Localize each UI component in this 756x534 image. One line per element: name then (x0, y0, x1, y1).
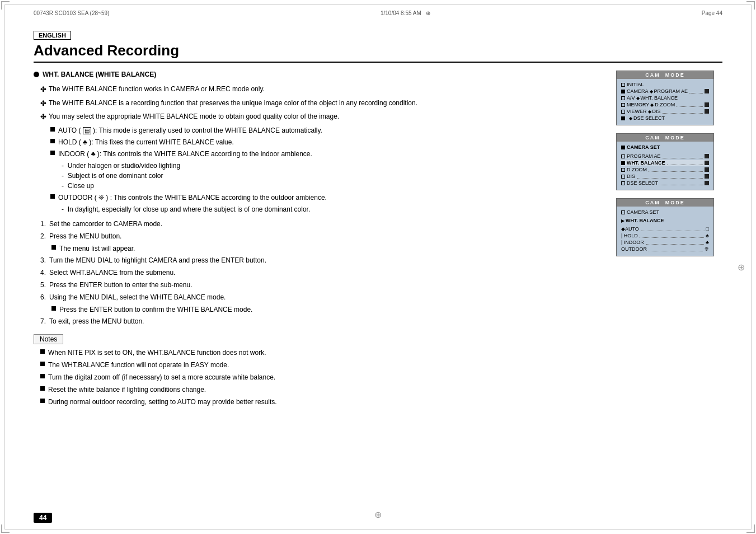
cam-icon-dse (621, 116, 625, 120)
note-3-text: Turn the digital zoom off (if necessary)… (48, 372, 275, 382)
step-2: 2. Press the MENU button. (40, 231, 605, 241)
mode-auto-bullet (50, 127, 55, 132)
cam-end-2 (705, 102, 709, 107)
header-right: Page 44 (702, 10, 722, 16)
note-2-bullet (40, 362, 45, 366)
note-1: When NITE PIX is set to ON, the WHT.BALA… (40, 348, 605, 358)
cam3-row-indoor: | INDOOR ♣ (621, 240, 709, 245)
corner-br (746, 524, 755, 533)
cam2-dots-3 (649, 167, 703, 172)
cam2-end-2 (705, 161, 709, 165)
cam3-dots-4 (649, 247, 703, 251)
mode-indoor-text: INDOOR ( ♣ ): This controls the WHITE BA… (58, 149, 312, 159)
step-3-text: Turn the MENU DIAL to highlight CAMERA a… (49, 255, 266, 265)
cam3-row-cameraset: CAMERA SET (621, 209, 709, 215)
notes-box: Notes When NITE PIX is set to ON, the WH… (34, 334, 605, 407)
step-4-num: 4. (40, 268, 46, 278)
cam-panel-3-header: CAM MODE (617, 199, 713, 207)
cam3-row-hold: | HOLD ♣ (621, 233, 709, 238)
note-5-bullet (40, 399, 45, 403)
cam-label-initial: INITIAL (627, 82, 644, 87)
notes-label-wrapper: Notes (34, 334, 605, 348)
mode-hold-bullet (50, 139, 55, 143)
mode-auto-text: AUTO ( ▤ ): This mode is generally used … (58, 125, 322, 135)
cam-panel-3: CAM MODE CAMERA SET ▶ WHT. BALANCE (616, 198, 714, 256)
step-1: 1. Set the camcorder to CAMERA mode. (40, 219, 605, 229)
cam2-row-dsesel: DSE SELECT (621, 180, 709, 186)
cam-panel-1-body: INITIAL CAMERA ◆ PROGRAM AE A/V (617, 79, 713, 125)
cam2-dots-4 (637, 174, 703, 179)
cam-label-whtbal: WHT. BALANCE (641, 95, 678, 101)
fleur-icon-2: ✤ (40, 98, 46, 109)
right-border (751, 4, 752, 530)
intro-text-2: The WHITE BALANCE is a recording functio… (49, 98, 417, 109)
note-1-bullet (40, 349, 45, 354)
step-6-num: 6. (40, 292, 46, 302)
step-2-text: Press the MENU button. (49, 231, 121, 241)
step-2-sub: The menu list will appear. (40, 243, 605, 254)
cam-label-dse: DSE SELECT (633, 115, 665, 121)
main-title: Advanced Recording (34, 42, 722, 63)
cam-panel-2: CAM MODE CAMERA SET PROGRAM AE (616, 133, 714, 190)
step-1-text: Set the camcorder to CAMERA mode. (49, 219, 162, 229)
step-5: 5. Press the ENTER button to enter the s… (40, 280, 605, 290)
step-4: 4. Select WHT.BALANCE from the submenu. (40, 268, 605, 278)
cam2-label-progae: PROGRAM AE (627, 153, 661, 159)
cam2-row-whtbal: WHT. BALANCE (621, 160, 709, 166)
cam-row-viewer: VIEWER ◆ DIS (621, 109, 709, 114)
cam-row-initial: INITIAL (621, 82, 709, 87)
numbered-steps: 1. Set the camcorder to CAMERA mode. 2. … (34, 219, 605, 326)
step-5-text: Press the ENTER button to enter the sub-… (49, 280, 192, 290)
outdoor-sub-1: - In daylight, especially for close up a… (62, 204, 605, 214)
top-border (4, 4, 752, 5)
step-3-num: 3. (40, 255, 46, 265)
cam2-dots-5 (660, 181, 703, 185)
mode-outdoor-bullet (50, 194, 55, 199)
cam2-icon-dis (621, 175, 625, 179)
step-2-sub-text: The menu list will appear. (59, 243, 135, 254)
cam3-row-outdoor: OUTDOOR ❊ (621, 246, 709, 252)
cam-row-camera: CAMERA ◆ PROGRAM AE (621, 88, 709, 94)
indoor-sub-2: - Subject is of one dominant color (62, 171, 605, 181)
cam-label-camera: CAMERA (627, 88, 649, 94)
note-5: During normal outdoor recording, setting… (40, 397, 605, 407)
step-6: 6. Using the MENU DIAL, select the WHITE… (40, 292, 605, 302)
cam-panel-1-header: CAM MODE (617, 71, 713, 79)
indoor-sub-1: - Under halogen or studio/video lighting (62, 161, 605, 171)
note-3: Turn the digital zoom off (if necessary)… (40, 372, 605, 382)
english-badge: ENGLISH (34, 31, 722, 42)
cam3-row-auto: ◆AUTO □ (621, 226, 709, 232)
corner-tl (1, 1, 10, 10)
cam-label-dzoom: D.ZOOM (655, 102, 675, 107)
cam-icon-viewer (621, 110, 625, 114)
cam-panel-1: CAM MODE INITIAL CAMERA ◆ PROGRAM AE (616, 71, 714, 125)
cam3-dots-1 (641, 227, 705, 231)
cam3-label-auto: ◆AUTO (621, 226, 639, 232)
section-heading: WHT. BALANCE (WHITE BALANCE) (34, 71, 605, 78)
step-3: 3. Turn the MENU DIAL to highlight CAMER… (40, 255, 605, 265)
outdoor-sub-list: - In daylight, especially for close up a… (50, 204, 605, 214)
cam3-icon-indoor: ♣ (706, 240, 709, 245)
note-3-bullet (40, 374, 45, 378)
mode-hold: HOLD ( ♣ ): This fixes the current WHITE… (50, 137, 605, 147)
step-7: 7. To exit, press the MENU button. (40, 316, 605, 326)
header-left: 00743R SCD103 SEA (28~59) (34, 10, 109, 16)
cam2-end-1 (705, 154, 709, 158)
left-border (4, 4, 5, 530)
section-bullet (34, 72, 39, 77)
intro-item-1: ✤ The WHITE BALANCE function works in CA… (34, 84, 605, 95)
fleur-icon-3: ✤ (40, 111, 46, 123)
mode-list: AUTO ( ▤ ): This mode is generally used … (34, 125, 605, 214)
cam3-label-hold: | HOLD (621, 233, 638, 238)
step-6-text: Using the MENU DIAL, select the WHITE BA… (49, 292, 226, 302)
cam3-label-whtbal: WHT. BALANCE (626, 218, 664, 223)
mode-outdoor-text: OUTDOOR ( ❊ ) : This controls the WHITE … (58, 193, 327, 203)
mode-outdoor: OUTDOOR ( ❊ ) : This controls the WHITE … (50, 193, 605, 203)
mode-hold-text: HOLD ( ♣ ): This fixes the current WHITE… (58, 137, 234, 147)
cam-row-av: A/V ◆ WHT. BALANCE (621, 95, 709, 101)
step-4-text: Select WHT.BALANCE from the submenu. (49, 268, 175, 278)
cam2-label-dis: DIS (627, 174, 635, 179)
cam2-row-cameraset: CAMERA SET (621, 144, 709, 150)
cam-row-memory: MEMORY ◆ D.ZOOM (621, 102, 709, 107)
cam2-end-4 (705, 174, 709, 179)
